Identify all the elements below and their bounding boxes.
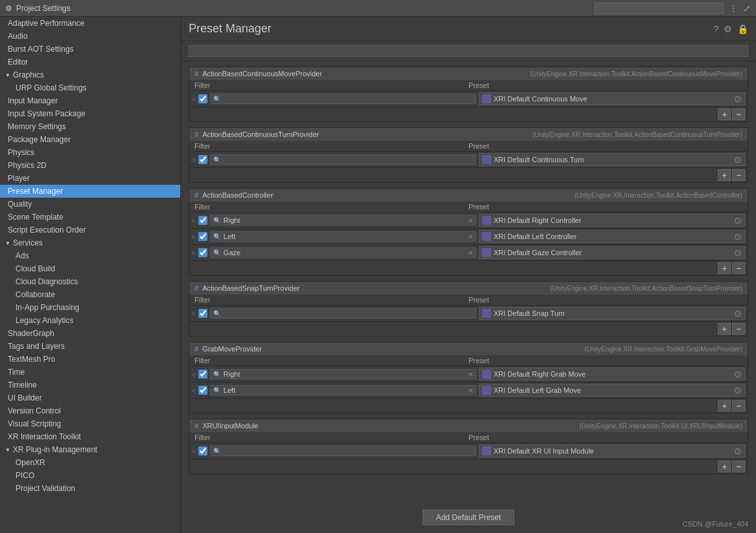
filter-text-input[interactable] [224,216,465,224]
sidebar-item-adaptive-performance[interactable]: Adaptive Performance [0,17,180,30]
drag-handle-icon[interactable]: ≡ [192,96,196,103]
preset-options-icon[interactable]: ⊙ [734,247,742,258]
sidebar-item-time[interactable]: Time [0,366,180,379]
sidebar-item-urp-global-settings[interactable]: URP Global Settings [0,81,180,94]
add-row-button[interactable]: + [718,461,731,472]
sidebar-item-input-manager[interactable]: Input Manager [0,94,180,107]
filter-text-input[interactable] [224,309,473,317]
row-checkbox[interactable] [198,216,207,225]
section-classname: (UnityEngine.XR.Interaction.Toolkit.Acti… [574,192,742,199]
drag-handle-icon[interactable]: ≡ [192,387,196,394]
drag-handle-icon[interactable]: ≡ [192,249,196,256]
sidebar-item-memory-settings[interactable]: Memory Settings [0,120,180,133]
sidebar-item-scene-template[interactable]: Scene Template [0,211,180,224]
sidebar-item-visual-scripting[interactable]: Visual Scripting [0,417,180,430]
settings-icon[interactable]: ⚙ [724,24,732,34]
row-checkbox[interactable] [198,155,207,164]
filter-text-input[interactable] [224,386,465,394]
filter-clear-icon[interactable]: ✕ [468,249,473,256]
sidebar-item-script-execution-order[interactable]: Script Execution Order [0,224,180,236]
sidebar-item-burst-aot-settings[interactable]: Burst AOT Settings [0,43,180,56]
filter-text-input[interactable] [224,370,465,378]
add-row-button[interactable]: + [718,109,731,120]
sidebar-item-legacy-analytics[interactable]: Legacy Analytics [0,314,180,327]
sidebar-item-openxr[interactable]: OpenXR [0,456,180,469]
lock-icon[interactable]: 🔒 [737,24,748,34]
remove-row-button[interactable]: − [732,109,745,120]
drag-handle-icon[interactable]: ≡ [192,371,196,378]
sidebar-item-textmesh-pro[interactable]: TextMesh Pro [0,353,180,366]
remove-row-button[interactable]: − [732,461,745,472]
drag-handle-icon[interactable]: ≡ [192,448,196,455]
sidebar-item-collaborate[interactable]: Collaborate [0,288,180,301]
sidebar-item-preset-manager[interactable]: Preset Manager [0,185,180,198]
triangle-icon: ▼ [5,447,10,453]
sidebar-category-graphics[interactable]: ▼Graphics [0,68,180,81]
filter-clear-icon[interactable]: ✕ [468,233,473,240]
help-icon[interactable]: ? [713,24,719,34]
preset-options-icon[interactable]: ⊙ [734,231,742,242]
preset-options-icon[interactable]: ⊙ [734,215,742,225]
add-row-button[interactable]: + [718,262,731,274]
sidebar-item-tags-and-layers[interactable]: Tags and Layers [0,340,180,353]
preset-options-icon[interactable]: ⊙ [734,446,742,456]
row-checkbox[interactable] [198,248,207,257]
row-checkbox[interactable] [198,309,207,318]
drag-handle-icon[interactable]: ≡ [192,156,196,163]
row-checkbox[interactable] [198,386,207,395]
drag-handle-icon[interactable]: ≡ [192,233,196,240]
sidebar-item-physics-2d[interactable]: Physics 2D [0,159,180,172]
sidebar-item-player[interactable]: Player [0,172,180,185]
filter-text-input[interactable] [224,447,473,455]
preset-options-icon[interactable]: ⊙ [734,154,742,165]
expand-icon[interactable]: ⤢ [743,3,751,14]
remove-row-button[interactable]: − [732,323,745,335]
sidebar-item-editor[interactable]: Editor [0,56,180,68]
add-row-button[interactable]: + [718,323,731,335]
add-row-button[interactable]: + [718,400,731,412]
sidebar-item-shadergraph[interactable]: ShaderGraph [0,327,180,340]
preset-options-icon[interactable]: ⊙ [734,94,742,104]
sidebar-item-cloud-build[interactable]: Cloud Build [0,262,180,275]
sidebar-item-version-control[interactable]: Version Control [0,404,180,417]
filter-clear-icon[interactable]: ✕ [468,217,473,224]
sidebar-item-ads[interactable]: Ads [0,249,180,262]
remove-row-button[interactable]: − [732,169,745,181]
row-checkbox[interactable] [198,370,207,379]
drag-handle-icon[interactable]: ≡ [192,217,196,224]
remove-row-button[interactable]: − [732,400,745,412]
preset-options-icon[interactable]: ⊙ [734,308,742,319]
sidebar-item-ui-builder[interactable]: UI Builder [0,392,180,404]
sidebar-item-pico[interactable]: PICO [0,469,180,482]
sidebar-item-package-manager[interactable]: Package Manager [0,133,180,146]
filter-clear-icon[interactable]: ✕ [468,387,473,394]
add-default-preset-button[interactable]: Add Default Preset [423,510,515,525]
sidebar-item-audio[interactable]: Audio [0,30,180,43]
filter-clear-icon[interactable]: ✕ [468,371,473,378]
remove-row-button[interactable]: − [732,262,745,274]
sidebar-item-physics[interactable]: Physics [0,146,180,159]
sidebar-item-quality[interactable]: Quality [0,198,180,211]
filter-text-input[interactable] [224,156,473,163]
sidebar-category-services[interactable]: ▼Services [0,236,180,249]
sidebar-item-input-system-package[interactable]: Input System Package [0,107,180,120]
menu-icon[interactable]: ⋮ [729,3,738,14]
add-row-button[interactable]: + [718,169,731,181]
filter-text-input[interactable] [224,249,465,256]
row-checkbox[interactable] [198,446,207,455]
sidebar-item-cloud-diagnostics[interactable]: Cloud Diagnostics [0,275,180,288]
filter-text-input[interactable] [224,95,473,103]
preset-options-icon[interactable]: ⊙ [734,369,742,379]
row-checkbox[interactable] [198,232,207,241]
row-checkbox[interactable] [198,94,207,103]
top-search-input[interactable] [594,3,724,14]
preset-options-icon[interactable]: ⊙ [734,385,742,395]
content-search-input[interactable] [189,45,748,57]
sidebar-item-in-app-purchasing[interactable]: In-App Purchasing [0,301,180,314]
drag-handle-icon[interactable]: ≡ [192,310,196,317]
sidebar-item-project-validation[interactable]: Project Validation [0,482,180,495]
sidebar-category-xr-plug-in-management[interactable]: ▼XR Plug-in Management [0,443,180,456]
sidebar-item-xr-interaction-toolkit[interactable]: XR Interaction Toolkit [0,430,180,443]
filter-text-input[interactable] [224,233,465,240]
sidebar-item-timeline[interactable]: Timeline [0,379,180,392]
